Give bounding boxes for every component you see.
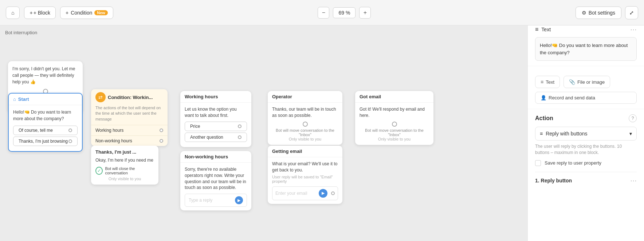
working-hours-node: Working hours Let us know the option you… (180, 91, 251, 147)
condition-row-1: Working hours (91, 125, 168, 135)
non-working-placeholder: Type a reply (189, 198, 212, 203)
record-icon: 👤 (541, 95, 546, 100)
add-content-section: ≡ Text 📎 File or image 👤 Record and send… (528, 66, 644, 109)
dropdown-label-row: ≡ Reply with buttons (540, 131, 588, 137)
toolbar-right: ⚙ Bot settings ⤢ (576, 6, 638, 19)
start-title: Start (18, 96, 29, 102)
expand-button[interactable]: ⤢ (625, 6, 638, 19)
zoom-level: 69 % (333, 7, 356, 18)
thanks-body: Thanks, I'm just ... Okay, I'm here if y… (91, 146, 158, 185)
add-file-button[interactable]: 📎 File or image (564, 76, 610, 88)
message-box[interactable]: Hello!🤜 Do you want to learn more about … (535, 37, 637, 61)
plus-icon-condition: + (66, 10, 68, 16)
connector-dot-1 (68, 129, 72, 132)
action-help-icon[interactable]: ? (629, 114, 637, 122)
email-connector-dot (331, 191, 335, 195)
bot-settings-label: Bot settings (589, 10, 615, 16)
add-block-button[interactable]: + + Block (24, 7, 56, 19)
text-lines-icon: ≡ (535, 26, 538, 33)
working-connector (160, 129, 163, 132)
send-icon: ▶ (235, 196, 243, 204)
non-working-hours-node: Non-working hours Sorry, there're no ava… (180, 151, 251, 210)
add-text-label: Text (546, 79, 554, 85)
right-panel: Start ? ≡ Text ⋯ Hello!🤜 Do you want to … (527, 0, 644, 241)
bot-settings-button[interactable]: ⚙ Bot settings (576, 7, 621, 19)
zoom-out-button[interactable]: − (318, 7, 329, 19)
start-btn1[interactable]: Of course, tell me (13, 126, 78, 135)
non-working-message: Sorry, there're no available operators r… (185, 166, 247, 191)
condition-badge: New (94, 10, 108, 15)
text-icon: ≡ (541, 79, 543, 85)
condition-row-2: Non-working hours (91, 135, 168, 146)
zoom-in-button[interactable]: + (359, 7, 371, 19)
list-icon: ≡ (540, 131, 543, 137)
getting-email-node: Getting email What is your email? We'll … (268, 146, 342, 204)
nonworking-connector (160, 139, 163, 143)
non-working-header: Non-working hours (180, 151, 251, 163)
working-btn1-dot (238, 125, 242, 128)
reply-button-row: 1. Reply button ⋯ (535, 177, 637, 185)
got-email-title: Got email (360, 94, 381, 99)
start-btn2[interactable]: Thanks, I'm just browsing (13, 137, 78, 146)
start-message: Hello!🤜 Do you want to learn more about … (13, 109, 78, 122)
non-working-title: Non-working hours (185, 154, 228, 159)
operator-connector (303, 122, 308, 127)
got-email-node: Got email Got it! We'll respond by email… (355, 91, 433, 145)
thanks-footer-sub: Only visible to you (95, 177, 154, 181)
start-node: ⌂ Start Hello!🤜 Do you want to learn mor… (8, 93, 83, 152)
text-more-button[interactable]: ⋯ (630, 25, 637, 33)
condition-label: Condition (71, 10, 92, 16)
zoom-minus-icon: − (322, 9, 325, 16)
operator-body: Thanks, our team will be in touch as soo… (268, 103, 342, 145)
action-desc: The user will reply by clicking the butt… (535, 143, 637, 156)
expand-icon: ⤢ (629, 10, 634, 16)
thanks-title: Thanks, I'm just ... (95, 149, 154, 155)
add-file-label: File or image (577, 79, 605, 85)
condition-header: ⇄ Condition: Workin... (91, 89, 168, 104)
add-text-button[interactable]: ≡ Text (535, 76, 560, 88)
zoom-plus-icon: + (364, 9, 367, 16)
toolbar: ⌂ + + Block + Condition New − 69 % + ⚙ B… (0, 0, 644, 25)
working-body: Let us know the option you want to talk … (180, 103, 251, 147)
add-condition-button[interactable]: + Condition New (60, 7, 113, 19)
chevron-down-icon: ▾ (629, 131, 632, 137)
zoom-controls: − 69 % + (118, 7, 571, 19)
working-btn2[interactable]: Another question (185, 133, 247, 142)
non-working-body: Sorry, there're no available operators r… (180, 163, 251, 210)
reply-dropdown[interactable]: ≡ Reply with buttons ▾ (535, 127, 637, 141)
clip-icon: 📎 (569, 79, 575, 85)
record-send-button[interactable]: 👤 Record and send data (535, 92, 637, 104)
got-email-message: Got it! We'll respond by email and here. (360, 106, 429, 119)
operator-title: Operator (272, 94, 292, 99)
working-btn2-dot (238, 135, 242, 139)
got-email-connector (392, 122, 397, 127)
operator-header: Operator (268, 91, 342, 103)
plus-icon: + (30, 10, 32, 16)
save-property-row: Save reply to user property (535, 160, 637, 166)
reply-button-more[interactable]: ⋯ (630, 177, 637, 185)
condition-node: ⇄ Condition: Workin... The actions of th… (91, 89, 168, 146)
condition-icon: ⇄ (95, 92, 106, 102)
operator-node: Operator Thanks, our team will be in tou… (268, 91, 342, 145)
got-email-body: Got it! We'll respond by email and here.… (355, 103, 433, 145)
condition-title: Condition: Workin... (108, 95, 153, 100)
start-node-header: ⌂ Start (9, 94, 82, 105)
start-node-body: Hello!🤜 Do you want to learn more about … (9, 105, 82, 151)
connector-dot-2 (68, 139, 72, 143)
thanks-node: Thanks, I'm just ... Okay, I'm here if y… (91, 146, 158, 185)
action-header: Action ? (535, 114, 637, 122)
working-hours-header: Working hours (180, 91, 251, 103)
reply-button-label: 1. Reply button (535, 178, 572, 183)
text-label: Text (541, 27, 551, 32)
reply-button-section: 1. Reply button ⋯ (535, 172, 637, 185)
working-btn1[interactable]: Price (185, 122, 247, 131)
getting-email-message: What is your email? We'll use it to get … (272, 161, 338, 173)
thanks-message: Okay, I'm here if you need me (95, 158, 154, 163)
bot-interrupt-text: I'm sorry, I didn't get you. Let me call… (12, 66, 78, 85)
add-content-row: ≡ Text 📎 File or image (535, 76, 637, 88)
action-title: Action (535, 115, 553, 122)
save-property-checkbox[interactable] (535, 160, 541, 166)
home-button[interactable]: ⌂ (6, 7, 20, 19)
thanks-footer: Bot will close the conversation (105, 166, 154, 175)
working-message: Let us know the option you want to talk … (185, 106, 247, 119)
